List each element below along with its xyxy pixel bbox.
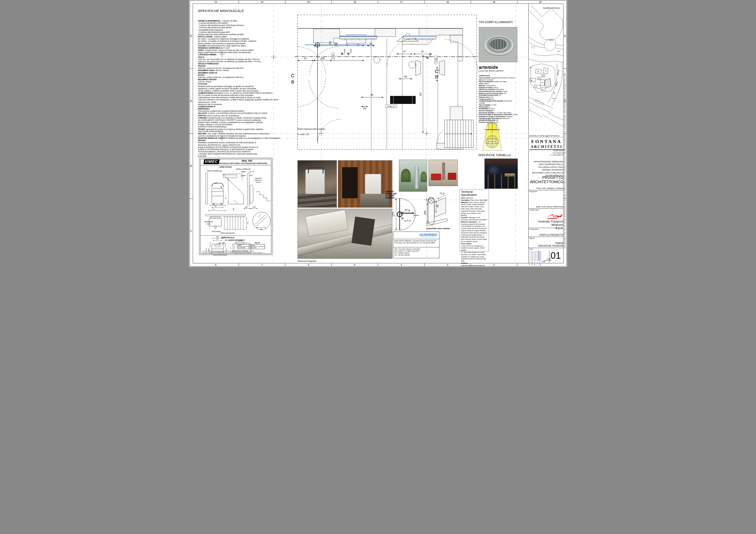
spec-line: VELOCITA' 8 mt/min. con PARTENZA DOLCE e… xyxy=(198,112,291,114)
spec-line: INSTALLAZIONE . Impianto adatto : xyxy=(198,36,291,38)
map-elevations: 122.22+ 121.79+ 121.81+ 121.52+ + xyxy=(530,40,560,110)
vimec-box: VIMEC® Mod. V64 SERVOSCALA RETTILINEO CO… xyxy=(199,158,272,255)
vimec-dim-b: B xyxy=(260,228,262,230)
section-marker-c2: ▲ C' B' ▼ xyxy=(433,66,441,82)
spec-line: 1180 mm. minimo (1290 mm. con pedana da … xyxy=(198,76,291,78)
dim-775b: 77,5 xyxy=(440,192,444,195)
characteristic-row: DimensioniForma foro d'incassoTondo xyxy=(479,91,518,93)
vimec-vista-frontale-2: VISTA FRONTALE xyxy=(213,254,227,256)
titolo-text: PIANTASPECIFICHE TECNICHE xyxy=(530,242,563,247)
characteristic-row: OtticheLuce emissioneDiffondente xyxy=(479,89,518,91)
vimec-bi1: B.I. xyxy=(219,242,221,244)
spec-line: corrente e predisposto per manovre manua… xyxy=(198,135,291,137)
titleblock-divider xyxy=(528,4,529,263)
vimec-subtitle: SERVOSCALA RETTILINEO CON PEDANA PER CAR… xyxy=(214,162,271,164)
technical-specification-box: Technical Specification Drive: Motorised… xyxy=(460,189,489,251)
vimec-dim-100: 100 xyxy=(245,206,248,208)
map-caption: planimetria con l'edificio oggetto dell'… xyxy=(529,135,563,137)
stato-progetto: STATO DI PROGETTO xyxy=(530,233,563,236)
spec-line: ALIMENTAZIONE DI xyxy=(198,105,291,108)
plan-caption-line2: in scala 1:20 xyxy=(298,133,309,135)
plan-caption-line1: Pianta ingresso piano rialzato. xyxy=(298,128,326,130)
tech-spec-line: Materials: Rotor Column: 220mm dia 304 G… xyxy=(461,201,487,217)
dim-100: 100 xyxy=(424,211,426,215)
dim-60: 60 xyxy=(404,75,407,78)
characteristic-row: ElettricheGruppo di alimentazione dispon… xyxy=(479,114,518,116)
vimec-ingombro2: macchina xyxy=(255,179,262,181)
spec-line: PENDENZA SUPERABILE da 0° a 50° xyxy=(198,47,291,49)
gunnebo-address-italy: ITALY: Gunnebo Entrance Control SpAVia A… xyxy=(393,247,439,258)
svg-text:121.81: 121.81 xyxy=(557,51,560,52)
collaboratori-name: Dott_Arch_Erica_Petriccione xyxy=(530,205,563,208)
vimec-vista-pianta-1: VISTA IN PIANTA xyxy=(220,232,235,234)
characteristics-title: Caratteristiche xyxy=(479,75,518,77)
tech-spec-line: Method of Operation: . On receiving a si… xyxy=(461,221,487,243)
spec-line: SPAZIO ATTERRAGGIO xyxy=(198,63,291,65)
vimec-data-table: DATA CODICE 01/04/05 8611100 xyxy=(237,244,265,249)
spec-line: SCALA xyxy=(198,56,291,58)
spec-line: COLORE Carrozzeria bianca RAL 9018; guid… xyxy=(198,45,291,47)
turnstile-drawings: 177 77,5 10 mm Ø 22.5 cm 100 65 77,5 mot… xyxy=(380,192,451,232)
svg-text:+: + xyxy=(558,53,559,54)
characteristic-row: MaterialiTecnopolimero xyxy=(479,85,518,87)
grid-number: 17 xyxy=(400,1,402,3)
dim-97: 97 xyxy=(421,50,424,53)
spec-line: BARRE DI PROTEZIONE INTEGRALI E MOTORIZZ… xyxy=(198,148,291,150)
svg-text:121.52: 121.52 xyxy=(552,98,555,99)
spec-line: Direttiva Macchine (autocertificazione v… xyxy=(198,33,291,36)
grid-number: 7 xyxy=(261,264,263,266)
vimec-dim-a: A xyxy=(213,208,214,210)
vimec-pg: Pg 1/2 xyxy=(255,242,260,244)
vimec-salita-laterale: Salita laterale xyxy=(204,221,213,223)
plan-level-markers xyxy=(341,53,428,59)
level-000a: 0.00 xyxy=(429,53,431,57)
spec-line: opportuna (ver. 12/04) xyxy=(198,101,291,103)
spec-line: CEI 14.6 posto a monte del servoscala su… xyxy=(198,94,291,96)
artemide-product: Luceri 220 Screen L597610 xyxy=(479,70,503,72)
photos-caption: riferimenti fotografici xyxy=(298,260,317,262)
characteristic-row: Tipo di lampadaTC-DEL xyxy=(479,104,518,106)
svg-text:Via: Via xyxy=(553,92,555,94)
label-h358: h.358 xyxy=(332,53,334,61)
rotor-column-axo xyxy=(426,195,448,226)
artemide-brand: artemide xyxy=(479,65,498,70)
dim-225cm: 22.5 cm xyxy=(404,220,411,222)
grid-number: 19 xyxy=(493,1,495,3)
project-phase: PROGETTO ARCHITETTONICO xyxy=(530,175,563,184)
photo-turnstiles xyxy=(484,159,518,189)
svg-text:+: + xyxy=(551,41,552,43)
floor-plan-drawing: 164 41 67 185 239 47 97 60 84 28 197 60x… xyxy=(295,13,479,151)
spec-line: AD AZIONAMENTO CONTINUO E PROTETTI contr… xyxy=(198,119,291,121)
photo-lobby-red-sofas xyxy=(428,160,458,186)
spec-line: blindo nichelata e telo protettivo di ma… xyxy=(198,42,291,45)
svg-text:88: 88 xyxy=(531,80,532,81)
spec-line: dotati di chiave estraibile. A bordo, su… xyxy=(198,121,291,123)
committente-label: Committente xyxy=(529,228,538,230)
grid-number: 4 xyxy=(400,264,402,266)
level-062: +0.62 xyxy=(343,49,346,54)
grid-number: 2 xyxy=(493,264,495,266)
spec-line: MANOVRA MANUALE SEMPRE POSSIBILE da part… xyxy=(198,137,291,139)
tech-spec-line: Drive: Motorised xyxy=(461,197,487,199)
spec-line: L'alimentazione viene data attraverso co… xyxy=(198,96,291,98)
spec-line: Mediante piedi che permettono il fissagg… xyxy=(198,85,291,88)
oggetto-label: Oggetto xyxy=(529,237,535,239)
map-building-numbers: 86 89 92 93 90 88 94 91 81 xyxy=(530,67,547,91)
svg-text:81: 81 xyxy=(542,89,544,91)
spec-line: ALIMENTAZIONE alimentatore a 24 V cc, ot… xyxy=(198,92,291,94)
vimec-dim-t1s: T1* xyxy=(216,236,219,238)
characteristic-row: Diametro (mm)235 xyxy=(479,96,518,98)
svg-text:86: 86 xyxy=(530,67,531,68)
spec-line: 1500 mm. minimo (1720 mm. con pedana da … xyxy=(198,67,291,69)
dim-47: 47 xyxy=(403,50,406,53)
characteristic-row: Installazione gruppo di alimentazioneInt… xyxy=(479,116,518,118)
plan-stairs xyxy=(445,120,473,147)
spec-line: Alimentazione a batterie per emergenze b… xyxy=(198,110,291,112)
vimec-drawings: VANO SCALE VISTA FRONTALE VISTA LATERALE… xyxy=(200,165,271,254)
vimec-dim-dd: D-D** xyxy=(241,175,246,177)
svg-text:91: 91 xyxy=(535,86,537,88)
spec-line: GUIDA A doppio binario, ciascuno formato… xyxy=(198,49,291,51)
spec-line: PORTATA 230 KG (200 Kg. oltre 45° di pen… xyxy=(198,115,291,117)
map-street-labels: Ricasoli Bettino Via xyxy=(553,69,559,94)
light-cone-diagram xyxy=(481,121,503,152)
